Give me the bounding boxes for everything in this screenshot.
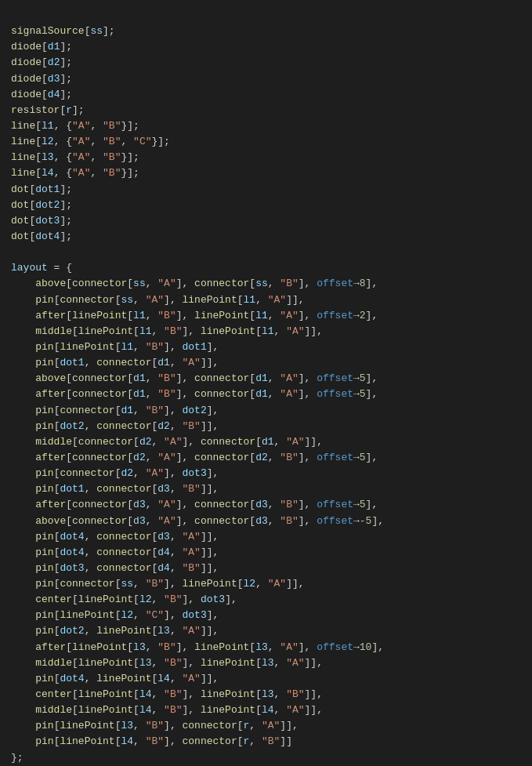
line-42: pin[dot4, linePoint[l4, "A"]],	[11, 673, 219, 684]
line-29: pin[connector[d2, "A"], dot3],	[11, 467, 219, 479]
line-26: pin[dot2, connector[d2, "B"]],	[11, 420, 219, 432]
line-16: layout = {	[11, 262, 72, 274]
line-21: pin[linePoint[l1, "B"], dot1],	[11, 341, 219, 353]
line-34: pin[dot4, connector[d4, "A"]],	[11, 546, 219, 558]
line-18: pin[connector[ss, "A"], linePoint[l1, "A…	[11, 294, 305, 306]
line-7: line[l1, {"A", "B"}];	[11, 120, 139, 132]
line-6: resistor[r];	[11, 104, 85, 116]
line-30: pin[dot1, connector[d3, "B"]],	[11, 483, 219, 495]
line-41: middle[linePoint[l3, "B"], linePoint[l3,…	[11, 657, 323, 669]
line-24: after[connector[d1, "B"], connector[d1, …	[11, 388, 378, 400]
line-1: signalSource[ss];	[11, 25, 115, 37]
line-38: pin[linePoint[l2, "C"], dot3],	[11, 609, 219, 621]
line-8: line[l2, {"A", "B", "C"}];	[11, 136, 170, 147]
line-9: line[l3, {"A", "B"}];	[11, 151, 139, 163]
line-20: middle[linePoint[l1, "B"], linePoint[l1,…	[11, 325, 323, 337]
line-47: };	[11, 752, 24, 764]
line-32: above[connector[d3, "A"], connector[d3, …	[11, 515, 384, 527]
line-22: pin[dot1, connector[d1, "A"]],	[11, 357, 219, 368]
line-23: above[connector[d1, "B"], connector[d1, …	[11, 372, 378, 384]
line-5: diode[d4];	[11, 89, 72, 100]
line-25: pin[connector[d1, "B"], dot2],	[11, 405, 219, 416]
line-43: center[linePoint[l4, "B"], linePoint[l3,…	[11, 688, 323, 700]
line-11: dot[dot1];	[11, 183, 72, 195]
line-17: above[connector[ss, "A"], connector[ss, …	[11, 278, 378, 289]
line-19: after[linePoint[l1, "B"], linePoint[l1, …	[11, 310, 378, 321]
code-editor: signalSource[ss]; diode[d1]; diode[d2]; …	[11, 8, 521, 766]
line-40: after[linePoint[l3, "B"], linePoint[l3, …	[11, 641, 384, 653]
line-10: line[l4, {"A", "B"}];	[11, 167, 139, 179]
line-33: pin[dot4, connector[d3, "A"]],	[11, 531, 219, 543]
line-39: pin[dot2, linePoint[l3, "A"]],	[11, 625, 219, 637]
line-31: after[connector[d3, "A"], connector[d3, …	[11, 499, 378, 510]
line-13: dot[dot3];	[11, 215, 72, 227]
line-36: pin[connector[ss, "B"], linePoint[l2, "A…	[11, 578, 305, 590]
line-2: diode[d1];	[11, 41, 72, 53]
line-14: dot[dot4];	[11, 231, 72, 242]
line-37: center[linePoint[l2, "B"], dot3],	[11, 594, 237, 605]
line-28: after[connector[d2, "A"], connector[d2, …	[11, 452, 378, 463]
line-27: middle[connector[d2, "A"], connector[d1,…	[11, 436, 323, 448]
line-3: diode[d2];	[11, 56, 72, 68]
line-4: diode[d3];	[11, 73, 72, 85]
line-44: middle[linePoint[l4, "B"], linePoint[l4,…	[11, 704, 323, 716]
line-45: pin[linePoint[l3, "B"], connector[r, "A"…	[11, 720, 299, 732]
line-46: pin[linePoint[l4, "B"], connector[r, "B"…	[11, 735, 292, 747]
line-35: pin[dot3, connector[d4, "B"]],	[11, 562, 219, 574]
line-12: dot[dot2];	[11, 199, 72, 211]
